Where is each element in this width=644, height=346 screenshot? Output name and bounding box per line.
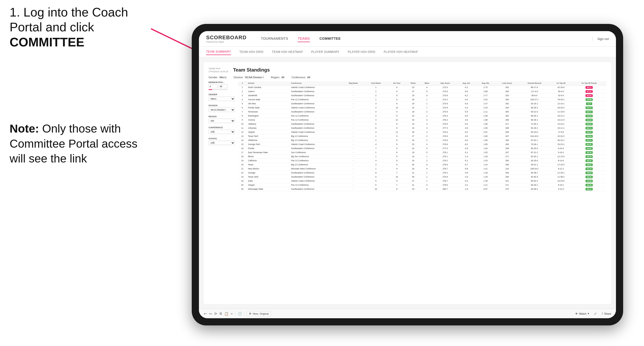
cell-adj-score: 278.9 (434, 163, 456, 167)
cell-vs-top: 79-25-1 (550, 98, 572, 102)
view-original-label: View: Original (252, 312, 269, 315)
min-rounds-slider[interactable] (208, 89, 228, 90)
view-original-button[interactable]: ⊞ View: Original (247, 311, 271, 316)
cell-wins: 0 (420, 183, 434, 187)
gender-select[interactable]: Men's (208, 97, 235, 101)
nav-committee[interactable]: COMMITTEE (320, 35, 341, 42)
cell-overall: 90-32-2 (519, 179, 550, 183)
note-text: Note: Only those with Committee Portal a… (10, 121, 148, 166)
cell-adj-score: 280.7 (434, 187, 456, 191)
paste-icon[interactable]: 📋 (224, 312, 228, 316)
add-icon[interactable]: + (231, 312, 233, 316)
cell-reg-rank: - (342, 147, 364, 151)
cell-avg-rd: 1.63 (476, 147, 496, 151)
cell-no-tour: 10 (388, 175, 406, 179)
cell-overall: 109-24-2 (519, 167, 550, 171)
sub-nav-team-summary[interactable]: TEAM SUMMARY (206, 49, 231, 55)
min-rounds-max-field[interactable] (218, 84, 228, 88)
cell-wins: 1 (420, 98, 434, 102)
undo-icon[interactable]: ↩ (204, 312, 206, 316)
cell-adj-score: 274.8 (434, 102, 456, 106)
school-select[interactable]: (All) (208, 141, 235, 145)
watch-button[interactable]: 👁 Watch ▾ (575, 312, 589, 315)
cell-avg-rd: 1.41 (476, 167, 496, 171)
cell-avg-sg: -1.8 (457, 187, 476, 191)
cell-school: East Tennessee State (247, 151, 290, 155)
cell-avg-sg: -4.6 (457, 118, 476, 122)
cell-conf-rank: 3 (364, 130, 388, 134)
cell-low-score: 267 (496, 151, 519, 155)
cell-rnds: 18 (406, 102, 420, 106)
region-select[interactable]: N/A (208, 119, 235, 123)
cell-avg-rd: 2.77 (476, 94, 496, 98)
cell-conf-rank: 5 (364, 179, 388, 183)
cell-rnds: 23 (406, 114, 420, 118)
sub-nav-team-h2h-grid[interactable]: TEAM H2H GRID (240, 49, 264, 55)
cell-rnds: 18 (406, 151, 420, 155)
cell-points: 46.14 (572, 167, 606, 171)
col-rnds: Rnds (406, 81, 420, 85)
sidebar-division-label: Division (208, 104, 235, 107)
sub-nav-team-h2h-heatmap[interactable]: TEAM H2H HEATMAP (272, 49, 303, 55)
cell-reg-rank: - (342, 98, 364, 102)
cell-no-tour: 12 (388, 118, 406, 122)
cell-vs-top: 18-12-1 (550, 114, 572, 118)
copy-icon[interactable]: ⧉ (220, 312, 222, 316)
sub-nav-player-summary[interactable]: PLAYER SUMMARY (311, 49, 340, 55)
cell-wins: 1 (420, 114, 434, 118)
toolbar-separator-1 (235, 311, 235, 316)
sub-nav-player-h2h-heatmap[interactable]: PLAYER H2H HEATMAP (384, 49, 418, 55)
minimum-rounds-section: Minimum Rou... (208, 81, 235, 90)
cell-avg-rd: 1.85 (476, 134, 496, 138)
cell-adj-score: 277.0 (434, 126, 456, 130)
cell-school: Washington (247, 114, 290, 118)
cell-conference: Southeastern Conference (290, 102, 342, 106)
cell-overall: 97-01-1 (519, 138, 550, 142)
min-rounds-min-field[interactable] (208, 84, 218, 88)
conference-select[interactable]: (All) (208, 130, 235, 134)
sub-nav-player-h2h-grid[interactable]: PLAYER H2H GRID (348, 49, 375, 55)
sidebar-region-label: Region (208, 115, 235, 118)
table-row: 7 Tennessee Southeastern Conference - 4 … (238, 110, 606, 114)
cell-conference: Pac-12 Conference (290, 114, 342, 118)
share-icon: ⤴ (602, 312, 603, 315)
nav-teams[interactable]: TEAMS (298, 35, 310, 42)
table-row: 14 Oklahoma Big 12 Conference - 2 8 24 2… (238, 138, 606, 142)
refresh-icon[interactable]: ⟳ (214, 312, 217, 316)
col-overall: Overall Record (519, 81, 550, 85)
cell-school: Arkansas (247, 126, 290, 130)
cell-reg-rank: - (342, 134, 364, 138)
cell-avg-sg: -3.5 (457, 134, 476, 138)
table-row: 18 Illinois Big Ten Conference - 1 8 23 … (238, 155, 606, 159)
cell-wins: 7 (420, 106, 434, 110)
table-area[interactable]: # School Conference Reg Rank Conf Rank N… (238, 81, 606, 294)
cell-overall: 63-15-1 (519, 102, 550, 106)
cell-no-tour: 8 (388, 138, 406, 142)
cell-adj-score: 274.2 (434, 98, 456, 102)
division-select[interactable]: NCAA Division I (208, 108, 235, 112)
cell-avg-rd: 2.88 (476, 89, 496, 94)
cell-points: 71.7 (572, 102, 606, 106)
cell-reg-rank: - (342, 163, 364, 167)
nav-tournaments[interactable]: TOURNAMENTS (261, 35, 288, 42)
cell-points: 89.11 (572, 85, 606, 89)
cell-points: 63.49 (572, 114, 606, 118)
clock-icon[interactable]: 🕐 (238, 312, 242, 316)
cell-wins: 1 (420, 175, 434, 179)
cell-points: 86.84 (572, 94, 606, 98)
cell-rnds: 24 (406, 94, 420, 98)
cell-rank: 5 (238, 102, 247, 106)
cell-rnds: 27 (406, 179, 420, 183)
expand-icon[interactable]: ⤢ (594, 312, 597, 316)
redo-icon[interactable]: ↪ (209, 312, 212, 316)
share-button[interactable]: ⤴ Share (602, 312, 611, 315)
cell-school: Auburn (247, 89, 290, 94)
cell-school: Florida State (247, 106, 290, 110)
cell-avg-sg: -1.4 (457, 155, 476, 159)
cell-no-tour: 11 (388, 130, 406, 134)
cell-rank: 26 (238, 187, 247, 191)
sign-out-button[interactable]: Sign out (592, 37, 609, 41)
cell-avg-rd: 2.20 (476, 106, 496, 110)
scoreboard-logo: SCOREBOARD Powered by clippd (206, 34, 246, 43)
cell-low-score: 265 (496, 98, 519, 102)
